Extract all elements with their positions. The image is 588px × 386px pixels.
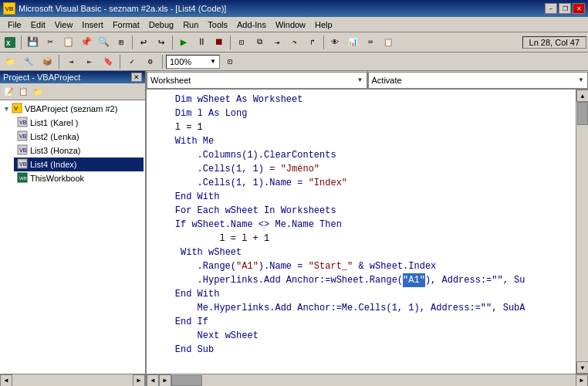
break-icon[interactable]: ⧉ [251,35,268,50]
paste-icon[interactable]: 📌 [77,35,94,50]
menu-tools[interactable]: Tools [203,17,232,32]
pause-icon[interactable]: ⏸ [193,35,210,50]
redo-icon[interactable]: ↪ [153,35,170,50]
menu-file[interactable]: File [3,17,26,32]
toolbar-secondary: 📁 🔧 📦 ⇥ ⇤ 🔖 ✓ ⚙ 100% ▼ ⊡ [0,52,588,71]
hscroll-track[interactable] [171,375,576,386]
copy-icon[interactable]: 📋 [59,35,76,50]
obj-icon[interactable]: 📦 [39,54,56,69]
hscroll-thumb[interactable] [171,375,202,386]
stop-icon[interactable]: ⏹ [211,35,228,50]
excel-icon[interactable]: X [2,35,19,50]
menu-insert[interactable]: Insert [77,17,108,32]
minimize-button[interactable]: − [545,3,557,14]
procedure-dropdown-arrow: ▼ [578,76,584,83]
left-scroll-right[interactable]: ▶ [133,374,145,387]
code-vscrollbar[interactable]: ▲ ▼ [576,90,588,374]
zoom-dropdown[interactable]: 100% ▼ [166,55,220,69]
check-icon[interactable]: ✓ [123,54,140,69]
sep2 [132,36,133,49]
indent-icon[interactable]: ⇥ [63,54,79,69]
callstack-icon[interactable]: 📋 [380,35,397,50]
outdent-icon[interactable]: ⇤ [81,54,98,69]
code-line-9: For Each wSheet In Worksheets [153,204,569,218]
procedure-dropdown[interactable]: Activate ▼ [368,72,589,89]
project-tree: ▼ V VBAProject (seznam #2) VB List1 (Kar… [0,100,145,374]
cut-icon[interactable]: ✂ [42,35,59,50]
save-icon[interactable]: 💾 [24,35,41,50]
svg-text:VB: VB [19,161,27,167]
vscroll-up[interactable]: ▲ [576,90,588,102]
menu-edit[interactable]: Edit [26,17,50,32]
stepout-icon[interactable]: ↱ [304,35,321,50]
tree-list4[interactable]: VB List4 (Index) [14,157,144,171]
code-panel: Worksheet ▼ Activate ▼ Dim wSheet As Wor… [147,71,588,386]
code-line-7: .Cells(1, 1).Name = "Index" [153,176,569,190]
hscroll-left[interactable]: ◀ [147,374,159,387]
bookmark-icon[interactable]: 🔖 [100,54,117,69]
sep7 [120,55,120,69]
find-icon[interactable]: 🔍 [95,35,112,50]
code-hscrollbar[interactable]: ◀ ▶ ▶ [147,374,588,386]
svg-text:WB: WB [19,176,27,181]
menu-debug[interactable]: Debug [144,17,178,32]
code-line-17: End If [153,315,569,329]
tree-root[interactable]: ▼ V VBAProject (seznam #2) [2,102,144,116]
prop-icon[interactable]: 🔧 [20,54,37,69]
hscroll-right-end[interactable]: ▶ [576,374,588,387]
expand-icon: ▼ [3,105,10,113]
object-dropdown-container[interactable]: Worksheet ▼ [147,71,368,89]
watch-icon[interactable]: 👁 [326,35,343,50]
object-dropdown-arrow: ▼ [357,76,363,83]
vscroll-thumb[interactable] [577,102,588,125]
hscroll-right2[interactable]: ▶ [159,374,171,387]
menu-format[interactable]: Format [108,17,144,32]
options-icon[interactable]: ⚙ [142,54,159,69]
title-bar: VB Microsoft Visual Basic - seznam #2a.x… [0,0,588,17]
sep1 [21,36,22,49]
code-line-10: If wSheet.Name <> Me.Name Then [153,218,569,232]
object-dropdown[interactable]: Worksheet ▼ [147,72,367,89]
toolbar-main: X 💾 ✂ 📋 📌 🔍 ⊞ ↩ ↪ ▶ ⏸ ⏹ ⊡ ⧉ ⇥ ↷ ↱ 👁 📊 ⌨ … [0,32,588,52]
left-scroll-left[interactable]: ◀ [0,374,12,387]
menu-help[interactable]: Help [310,17,337,32]
toggle-folders-icon[interactable]: 📁 [31,86,45,98]
immediate-icon[interactable]: ⌨ [362,35,379,50]
vscroll-down[interactable]: ▼ [576,361,588,374]
sep5 [323,36,324,49]
close-button[interactable]: ✕ [573,3,585,14]
tree-list2[interactable]: VB List2 (Lenka) [14,130,144,144]
proj-icon[interactable]: 📁 [2,54,19,69]
restore-button[interactable]: ❐ [559,3,571,14]
tree-list3[interactable]: VB List3 (Honza) [14,144,144,157]
find2-icon[interactable]: ⊞ [113,35,130,50]
stepover-icon[interactable]: ↷ [286,35,303,50]
step-icon[interactable]: ⇥ [269,35,286,50]
menu-run[interactable]: Run [178,17,203,32]
sep8 [162,55,163,69]
menu-window[interactable]: Window [271,17,310,32]
menu-addins[interactable]: Add-Ins [232,17,271,32]
vbaproject-icon: V [12,103,22,115]
tree-list1[interactable]: VB List1 (Karel ) [14,116,144,130]
locals-icon[interactable]: 📊 [344,35,361,50]
view-object-icon[interactable]: 📋 [16,86,30,98]
code-line-15: End With [153,287,569,301]
view-code-icon[interactable]: 📝 [2,86,15,98]
code-line-11: l = l + 1 [153,232,569,245]
run-icon[interactable]: ▶ [175,35,192,50]
design-icon[interactable]: ⊡ [233,35,250,50]
procedure-dropdown-container[interactable]: Activate ▼ [368,71,589,89]
panel-close-button[interactable]: ✕ [131,73,142,82]
vscroll-track[interactable] [576,102,588,361]
code-line-18: Next wSheet [153,329,569,343]
code-line-1: Dim wSheet As Worksheet [153,93,569,107]
code-editor[interactable]: Dim wSheet As Worksheet Dim l As Long l … [147,90,576,374]
undo-icon[interactable]: ↩ [135,35,152,50]
left-hscrollbar[interactable]: ◀ ▶ [0,374,145,386]
menu-view[interactable]: View [50,17,78,32]
ln-col-status: Ln 28, Col 47 [522,36,586,49]
window-controls: − ❐ ✕ [545,3,585,14]
tree-thisworkbook[interactable]: WB ThisWorkbook [14,171,144,185]
zoom-confirm-icon[interactable]: ⊡ [221,54,238,69]
